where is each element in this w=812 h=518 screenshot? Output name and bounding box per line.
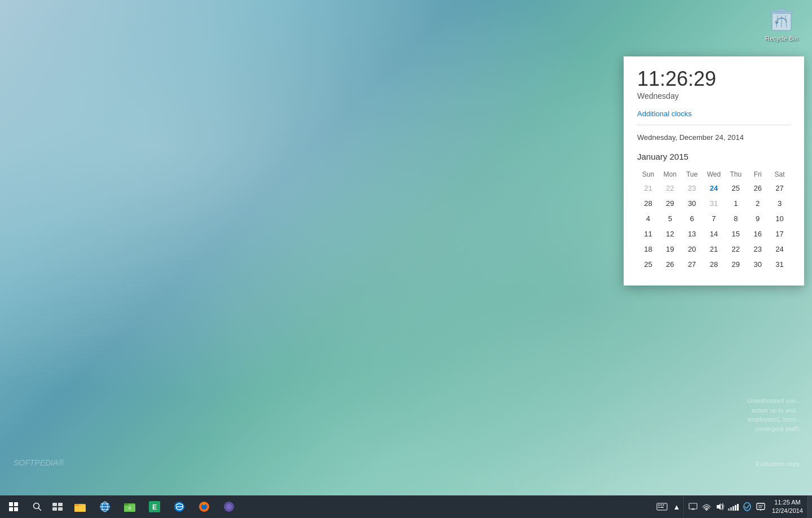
show-hidden-icons-button[interactable]: ▲ (670, 495, 683, 518)
full-date-display: Wednesday, December 24, 2014 (637, 133, 791, 142)
svg-line-7 (39, 508, 41, 511)
calendar-day[interactable]: 16 (747, 226, 769, 242)
calendar-day[interactable]: 24 (703, 181, 725, 196)
tray-icon-network[interactable] (700, 495, 713, 518)
show-desktop-button[interactable] (807, 495, 812, 518)
calendar-day[interactable]: 5 (659, 211, 681, 226)
calendar-day[interactable]: 18 (637, 242, 659, 257)
svg-rect-32 (658, 504, 660, 506)
cal-header-sun: Sun (637, 168, 659, 181)
calendar-day[interactable]: 27 (769, 181, 791, 196)
tray-icon-windows-defender[interactable] (740, 495, 754, 518)
taskbar-app-3[interactable]: X (117, 495, 142, 518)
calendar-day[interactable]: 26 (659, 257, 681, 272)
calendar-day[interactable]: 15 (725, 226, 747, 242)
svg-rect-36 (660, 507, 664, 508)
clock-day-display: Wednesday (637, 91, 791, 100)
svg-text:E: E (152, 503, 157, 511)
calendar-day[interactable]: 22 (659, 181, 681, 196)
search-icon (33, 502, 42, 511)
eval-copy-notice: Evaluation copy. (756, 460, 801, 467)
calendar-day[interactable]: 11 (637, 226, 659, 242)
taskbar-app-file-explorer[interactable] (68, 495, 92, 518)
calendar-month-header: January 2015 (637, 152, 791, 161)
taskbar-search-button[interactable] (27, 495, 47, 518)
signal-bars-icon (728, 503, 739, 511)
cal-header-wed: Wed (703, 168, 725, 181)
tray-icon-1[interactable] (686, 495, 700, 518)
network-icon (702, 503, 711, 511)
calendar-day[interactable]: 3 (769, 196, 791, 211)
calendar-day[interactable]: 8 (725, 211, 747, 226)
calendar-day[interactable]: 27 (681, 257, 703, 272)
taskbar-app-excel[interactable]: E (142, 495, 167, 518)
calendar-day[interactable]: 21 (703, 242, 725, 257)
svg-rect-10 (52, 507, 57, 511)
calendar-day[interactable]: 19 (659, 242, 681, 257)
calendar-day[interactable]: 10 (769, 211, 791, 226)
calendar-widget: January 2015 Sun Mon Tue Wed Thu Fri Sat… (637, 152, 791, 272)
tray-notification-area (683, 495, 767, 518)
calendar-day[interactable]: 23 (747, 242, 769, 257)
calendar-day[interactable]: 31 (703, 196, 725, 211)
svg-rect-22 (124, 503, 129, 506)
calendar-day[interactable]: 25 (725, 181, 747, 196)
calendar-day[interactable]: 28 (637, 196, 659, 211)
calendar-day[interactable]: 21 (637, 181, 659, 196)
calendar-grid: Sun Mon Tue Wed Thu Fri Sat 212223242526… (637, 168, 791, 272)
calendar-day[interactable]: 25 (637, 257, 659, 272)
keyboard-icon (656, 502, 668, 511)
taskbar-app-ie[interactable] (92, 495, 117, 518)
firefox-icon (198, 501, 210, 512)
calendar-day[interactable]: 9 (747, 211, 769, 226)
language-indicator[interactable] (654, 495, 670, 518)
calendar-day[interactable]: 13 (681, 226, 703, 242)
calendar-day[interactable]: 2 (747, 196, 769, 211)
calendar-day[interactable]: 14 (703, 226, 725, 242)
recycle-bin-icon-desktop[interactable]: Recycle Bin (759, 5, 804, 42)
calendar-body: 2122232425262728293031123456789101112131… (637, 181, 791, 272)
calendar-day[interactable]: 30 (681, 196, 703, 211)
excel-icon: E (149, 501, 160, 512)
softpedia-watermark: SOFTPEDIA® (14, 458, 64, 467)
taskbar-app-firefox[interactable] (192, 495, 217, 518)
taskbar-app-edge[interactable] (167, 495, 192, 518)
calendar-day[interactable]: 4 (637, 211, 659, 226)
calendar-day[interactable]: 6 (681, 211, 703, 226)
calendar-day[interactable]: 1 (725, 196, 747, 211)
calendar-day[interactable]: 22 (725, 242, 747, 257)
calendar-day[interactable]: 28 (703, 257, 725, 272)
additional-clocks-link[interactable]: Additional clocks (637, 109, 791, 118)
calendar-day[interactable]: 29 (659, 196, 681, 211)
svg-text:X: X (129, 506, 131, 510)
taskbar-time: 11:25 AM (774, 498, 800, 507)
calendar-day[interactable]: 7 (703, 211, 725, 226)
cal-header-thu: Thu (725, 168, 747, 181)
calendar-day[interactable]: 17 (769, 226, 791, 242)
tray-icon-volume[interactable] (713, 495, 727, 518)
taskbar-date: 12/24/2014 (772, 507, 803, 515)
svg-rect-9 (58, 503, 63, 506)
calendar-day[interactable]: 23 (681, 181, 703, 196)
calendar-day[interactable]: 24 (769, 242, 791, 257)
calendar-day[interactable]: 20 (681, 242, 703, 257)
task-view-button[interactable] (47, 495, 68, 518)
recycle-bin-label: Recycle Bin (765, 35, 798, 42)
taskbar-app-7[interactable] (217, 495, 241, 518)
calendar-day[interactable]: 29 (725, 257, 747, 272)
calendar-day[interactable]: 26 (747, 181, 769, 196)
tray-action-center[interactable] (754, 495, 767, 518)
app-icon-7 (223, 501, 235, 512)
taskbar-clock[interactable]: 11:25 AM 12/24/2014 (767, 495, 807, 518)
calendar-day[interactable]: 31 (769, 257, 791, 272)
file-explorer-icon (74, 502, 86, 512)
svg-point-40 (706, 510, 707, 511)
start-button[interactable] (0, 495, 27, 518)
svg-rect-33 (660, 504, 662, 506)
tray-icon-signal[interactable] (727, 495, 740, 518)
popup-divider (637, 125, 791, 125)
recycle-bin-icon (768, 5, 795, 34)
calendar-day[interactable]: 12 (659, 226, 681, 242)
calendar-day[interactable]: 30 (747, 257, 769, 272)
svg-rect-42 (757, 503, 765, 510)
